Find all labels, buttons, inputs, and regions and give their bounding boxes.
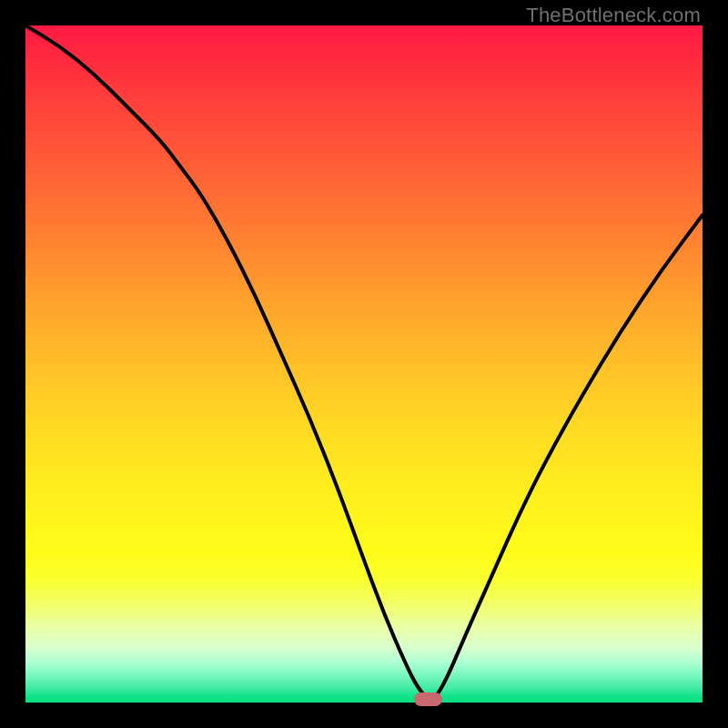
optimal-point-marker: [414, 693, 442, 706]
plot-area: [25, 25, 703, 703]
bottleneck-curve: [25, 25, 703, 703]
attribution-text: TheBottleneck.com: [526, 4, 701, 27]
chart-frame: TheBottleneck.com: [0, 0, 728, 728]
